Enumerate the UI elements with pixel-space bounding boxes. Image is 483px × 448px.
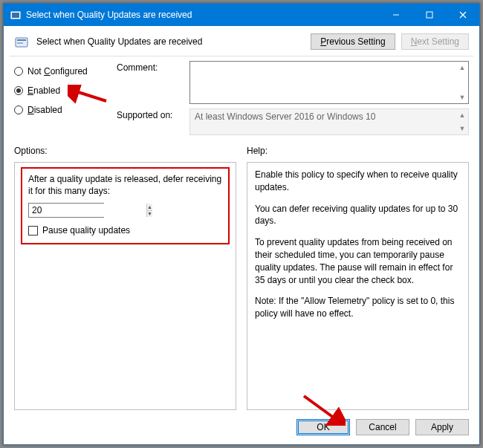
supported-on-box: At least Windows Server 2016 or Windows … [189, 108, 469, 135]
cancel-button[interactable]: Cancel [356, 419, 409, 435]
comment-label: Comment: [117, 61, 184, 73]
apply-button[interactable]: Apply [415, 419, 469, 435]
defer-days-spinbox[interactable]: ▲ ▼ [28, 203, 104, 218]
state-radio-group: Not Configured Enabled Disabled [14, 61, 109, 135]
pause-updates-checkbox-row[interactable]: Pause quality updates [28, 225, 222, 236]
header-title: Select when Quality Updates are received [36, 36, 303, 47]
scroll-down-icon[interactable]: ▼ [458, 124, 467, 133]
spin-buttons: ▲ ▼ [146, 204, 152, 217]
defer-days-input[interactable] [29, 204, 146, 217]
scroll-up-icon[interactable]: ▲ [458, 63, 467, 72]
svg-rect-1 [12, 13, 19, 18]
pause-updates-label: Pause quality updates [42, 225, 130, 236]
window-title: Select when Quality Updates are received [26, 10, 379, 20]
help-paragraph: You can defer receiving quality updates … [255, 203, 461, 228]
previous-setting-button[interactable]: Previous Setting [311, 33, 395, 50]
section-labels: Options: Help: [4, 138, 479, 159]
help-label: Help: [247, 146, 469, 156]
radio-icon [14, 67, 23, 76]
policy-icon [14, 34, 29, 49]
nav-buttons: Previous Setting Next Setting [311, 33, 469, 50]
close-button[interactable] [446, 4, 479, 26]
comment-textarea[interactable]: ▲ ▼ [189, 61, 469, 104]
policy-dialog: Select when Quality Updates are received… [3, 3, 480, 445]
titlebar: Select when Quality Updates are received [4, 4, 479, 26]
svg-rect-8 [17, 42, 23, 44]
window-buttons [379, 4, 479, 26]
help-paragraph: Note: If the "Allow Telemetry" policy is… [255, 295, 461, 320]
ok-button[interactable]: OK [296, 419, 350, 435]
options-highlight: After a quality update is released, defe… [21, 167, 230, 244]
spin-up-button[interactable]: ▲ [147, 204, 152, 210]
radio-not-configured[interactable]: Not Configured [14, 66, 109, 77]
defer-days-label: After a quality update is released, defe… [28, 173, 222, 197]
fields-column: Comment: ▲ ▼ Supported on: At least Wind… [117, 61, 469, 135]
svg-rect-7 [17, 39, 26, 41]
maximize-button[interactable] [412, 4, 446, 26]
supported-row: Supported on: At least Windows Server 20… [117, 108, 469, 135]
options-panel: After a quality update is released, defe… [14, 162, 236, 410]
spin-down-button[interactable]: ▼ [147, 210, 152, 218]
help-paragraph: To prevent quality updates from being re… [255, 236, 461, 286]
header-row: Select when Quality Updates are received… [4, 26, 479, 56]
help-panel: Enable this policy to specify when to re… [247, 162, 469, 410]
radio-disabled[interactable]: Disabled [14, 105, 109, 115]
comment-row: Comment: ▲ ▼ [117, 61, 469, 104]
svg-rect-3 [427, 12, 432, 18]
radio-icon [14, 105, 23, 114]
radio-icon [14, 86, 23, 95]
scroll-down-icon[interactable]: ▼ [458, 93, 467, 102]
dialog-footer: OK Cancel Apply [4, 413, 479, 444]
config-section: Not Configured Enabled Disabled Comment:… [4, 56, 479, 138]
panels: After a quality update is released, defe… [4, 159, 479, 413]
minimize-button[interactable] [379, 4, 412, 26]
app-icon [10, 9, 22, 21]
options-label: Options: [14, 146, 236, 156]
radio-enabled[interactable]: Enabled [14, 85, 109, 96]
help-paragraph: Enable this policy to specify when to re… [255, 169, 461, 194]
supported-on-text: At least Windows Server 2016 or Windows … [195, 111, 375, 122]
scroll-up-icon[interactable]: ▲ [458, 111, 467, 120]
checkbox-icon [28, 226, 38, 236]
supported-label: Supported on: [117, 108, 184, 120]
next-setting-button[interactable]: Next Setting [401, 33, 469, 50]
